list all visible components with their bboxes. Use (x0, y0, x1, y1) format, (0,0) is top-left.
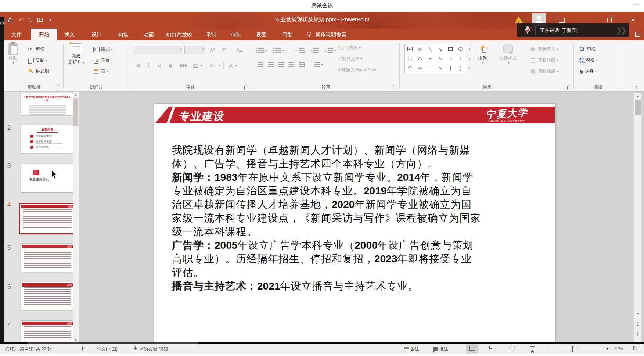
language-status[interactable]: 中文(中国) (97, 346, 118, 352)
clear-formatting-button[interactable]: A◆ (234, 46, 244, 54)
elbow-arrow-connector-shape-icon[interactable]: ↳ (435, 54, 446, 63)
drawing-dialog-launcher[interactable] (567, 86, 571, 90)
arrow-shape-icon[interactable]: ↘ (435, 44, 446, 54)
oval-shape-icon[interactable] (456, 44, 466, 54)
spell-check-button[interactable] (82, 346, 87, 351)
grow-font-button[interactable]: A▴ (208, 46, 217, 54)
shape-outline-button[interactable]: 形状轮廓▾ (530, 56, 558, 65)
slideshow-view-button[interactable] (526, 344, 539, 354)
scroll-down-icon[interactable]: ▼ (634, 311, 641, 317)
convert-smartart-button[interactable]: ⧉转换为 SmartArt▾ (338, 65, 376, 74)
thumbnail-slide-5[interactable] (21, 243, 74, 272)
vertical-text-box-shape-icon[interactable]: ∥A (415, 44, 425, 54)
scrollbar-thumb[interactable] (73, 98, 78, 126)
rounded-rectangle-shape-icon[interactable] (405, 54, 415, 63)
copy-button[interactable]: 复制▾ (28, 56, 47, 65)
scribble-shape-icon[interactable]: ∾ (415, 63, 425, 73)
find-button[interactable]: 查找 (579, 45, 596, 54)
next-slide-button[interactable]: ▼▼ (634, 331, 641, 337)
paste-button[interactable]: 粘贴▾ (8, 43, 18, 65)
scroll-up-icon[interactable]: ▲ (634, 93, 641, 99)
replace-button[interactable]: ab⤷ac替换▾ (579, 56, 597, 65)
comments-button[interactable]: 批注 (433, 346, 448, 352)
columns-button[interactable]: ▾ (314, 60, 323, 69)
select-button[interactable]: 选择▾ (579, 67, 597, 76)
notes-button[interactable]: 备注 (404, 346, 419, 352)
slide-body-text[interactable]: 我院现设有新闻学（卓越新闻人才计划）、新闻学（网络与新媒体）、广告学、播音与主持… (172, 143, 539, 293)
layout-button[interactable]: 版式▾ (93, 45, 112, 54)
tab-help[interactable]: 帮助 (278, 29, 298, 40)
arc-shape-icon[interactable]: ⌒ (425, 63, 435, 73)
thumbnail-slide-1[interactable]: 宁夏大学新闻传播学院专业建设及教学改革汇报 (21, 93, 74, 115)
reading-view-button[interactable] (506, 344, 519, 354)
distribute-button[interactable] (299, 60, 305, 69)
scrollbar-thumb[interactable] (635, 100, 641, 115)
tab-review[interactable]: 审阅 (226, 29, 245, 40)
zoom-slider-thumb[interactable] (572, 346, 573, 352)
italic-button[interactable]: I (145, 61, 151, 70)
increase-indent-button[interactable]: ⇥ (309, 46, 319, 55)
shapes-gallery-scrollbar[interactable]: ▲▼⊽ (467, 44, 472, 73)
reset-button[interactable]: 重置 (93, 56, 110, 65)
tab-slideshow[interactable]: 幻灯片放映 (162, 29, 197, 40)
align-left-button[interactable] (258, 60, 263, 69)
shape-effects-button[interactable]: 形状效果▾ (530, 67, 558, 76)
slide-sorter-view-button[interactable] (486, 344, 498, 354)
line-shape-icon[interactable]: ╲ (425, 44, 435, 54)
slide-scrollbar[interactable]: ▲ ▼ ▲▲ ▼▼ (634, 93, 641, 344)
text-direction-button[interactable]: ⫵文字方向▾ (338, 43, 361, 52)
tell-me-search[interactable]: 操作说明搜索 (311, 29, 351, 40)
down-arrow-shape-icon[interactable]: ⇩ (456, 54, 466, 63)
font-dialog-launcher[interactable] (244, 86, 248, 90)
freeform-shape-icon[interactable]: ⬠ (405, 63, 415, 73)
triangle-shape-icon[interactable] (415, 54, 425, 63)
line-spacing-button[interactable]: ⇕▾ (324, 46, 336, 55)
character-spacing-button[interactable]: AV▾ (191, 61, 202, 70)
paragraph-dialog-launcher[interactable] (392, 86, 396, 90)
right-arrow-shape-icon[interactable]: ⇨ (446, 54, 456, 63)
thumbnail-slide-7[interactable] (21, 320, 74, 344)
text-box-shape-icon[interactable]: A≡ (405, 44, 415, 54)
font-name-combobox[interactable] (134, 46, 182, 54)
slide-canvas[interactable]: 专业建设 宁夏大学 NINGXIA UNIVERSITY 我院现设有新闻学（卓越… (154, 104, 555, 351)
new-slide-button[interactable]: 新建 幻灯片▾ (68, 43, 84, 65)
thumbnail-slide-2[interactable]: 主要内容 专业建设情况 教学改革情况 存在的问题 (21, 125, 74, 153)
tab-home[interactable]: 开始 (31, 29, 57, 40)
justify-button[interactable] (289, 60, 294, 69)
tab-animations[interactable]: 动画 (139, 29, 159, 40)
zoom-in-button[interactable]: + (606, 346, 609, 351)
align-center-button[interactable] (268, 60, 274, 69)
zoom-out-button[interactable]: − (545, 346, 548, 351)
tab-view[interactable]: 视图 (251, 29, 271, 40)
quick-styles-button[interactable]: 快速样式 ▾ (499, 44, 517, 65)
format-painter-button[interactable]: 格式刷 (28, 67, 49, 76)
bold-button[interactable]: B (134, 61, 142, 70)
change-case-button[interactable]: Aa▾ (208, 61, 220, 70)
decrease-indent-button[interactable]: ⇤ (295, 46, 305, 55)
accessibility-status[interactable]: 辅助功能: 调查 (133, 346, 168, 352)
tab-transitions[interactable]: 切换 (113, 29, 133, 40)
arrange-button[interactable]: 排列 ▾ (478, 44, 487, 65)
collapse-ribbon-button[interactable]: ∧ (635, 84, 638, 90)
tab-design[interactable]: 设计 (87, 29, 107, 40)
fit-to-window-button[interactable] (633, 346, 638, 352)
elbow-connector-shape-icon[interactable]: ⌐ (425, 54, 435, 63)
meeting-minimize-button[interactable]: — (634, 1, 640, 7)
font-color-button[interactable]: A▾ (227, 61, 237, 70)
scroll-up-icon[interactable]: ▲ (73, 92, 79, 98)
thumbnail-slide-4-selected[interactable] (19, 203, 76, 234)
tab-record[interactable]: 录制 (201, 29, 221, 40)
align-right-button[interactable] (278, 60, 284, 69)
shadow-button[interactable]: S (167, 61, 174, 70)
shape-fill-button[interactable]: 形状填充▾ (530, 45, 558, 54)
right-brace-shape-icon[interactable]: } (456, 63, 466, 73)
thumbnail-scrollbar[interactable]: ▲ ▼ (73, 92, 79, 344)
align-text-button[interactable]: ⇳对齐文本▾ (338, 54, 362, 63)
tab-file[interactable]: 文件 (7, 29, 26, 40)
clipboard-dialog-launcher[interactable] (57, 86, 61, 90)
cut-button[interactable]: 剪切 (28, 45, 44, 54)
normal-view-button[interactable] (466, 344, 478, 354)
slide-indicator[interactable]: 幻灯片 第 4 张, 共 22 张 (5, 346, 52, 352)
zoom-level[interactable]: 67% (614, 346, 623, 351)
section-button[interactable]: 节▾ (93, 67, 108, 76)
